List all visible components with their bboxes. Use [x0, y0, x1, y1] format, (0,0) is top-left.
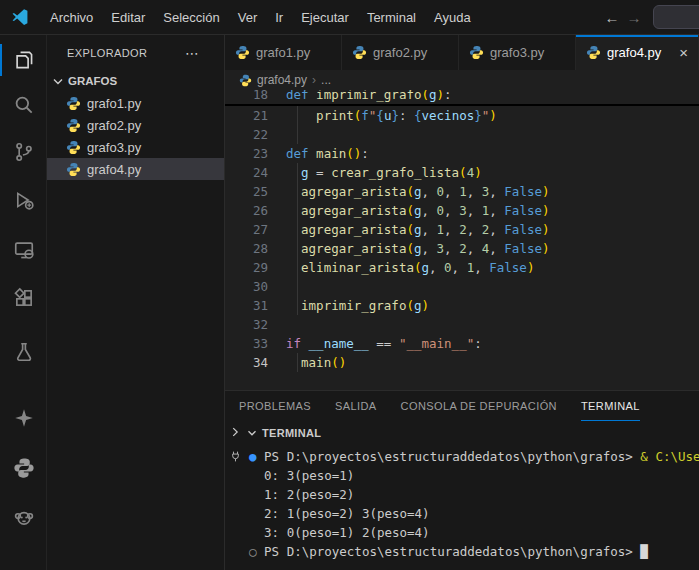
breadcrumb: grafo4.py › ...: [225, 70, 699, 90]
tab-grafo4-active[interactable]: grafo4.py ×: [576, 35, 699, 70]
line-number: 24: [225, 163, 268, 182]
python-extension-icon[interactable]: [0, 448, 47, 488]
command-search-input[interactable]: [653, 5, 699, 29]
chevron-right-icon[interactable]: [228, 425, 242, 439]
terminal-line[interactable]: 0: 3(peso=1): [249, 466, 699, 485]
code-line[interactable]: 18def imprimir_grafo(g):: [225, 90, 699, 104]
file-grafo1[interactable]: grafo1.py: [47, 92, 224, 114]
remote-explorer-icon[interactable]: [0, 230, 47, 270]
menu-ayuda[interactable]: Ayuda: [425, 6, 480, 29]
line-number: 27: [225, 220, 268, 239]
terminal-output[interactable]: ● PS D:\proyectos\estructuraddedatos\pyt…: [225, 445, 699, 561]
tab-grafo1[interactable]: grafo1.py: [225, 35, 342, 70]
breadcrumb-symbol[interactable]: ...: [321, 73, 331, 87]
menu-archivo[interactable]: Archivo: [41, 6, 102, 29]
tab-grafo3[interactable]: grafo3.py: [459, 35, 576, 70]
back-icon[interactable]: ←: [601, 9, 623, 26]
close-icon[interactable]: ×: [679, 45, 688, 60]
file-label: grafo2.py: [87, 118, 141, 133]
python-file-icon: [469, 45, 484, 60]
sticky-scroll-line[interactable]: 18def imprimir_grafo(g):: [225, 90, 699, 104]
code-line[interactable]: 28 agregar_arista(g, 3, 2, 4, False): [225, 239, 699, 258]
vscode-window: Archivo Editar Selección Ver Ir Ejecutar…: [0, 0, 699, 570]
testing-flask-icon[interactable]: [0, 332, 47, 372]
line-number: 31: [225, 296, 268, 315]
code-line[interactable]: 29 eliminar_arista(g, 0, 1, False): [225, 258, 699, 277]
panel-tab-salida[interactable]: SALIDA: [335, 391, 377, 421]
python-file-icon: [66, 118, 81, 133]
python-file-icon: [66, 162, 81, 177]
code-line[interactable]: 26 agregar_arista(g, 0, 3, 1, False): [225, 201, 699, 220]
chevron-down-icon: [50, 73, 66, 89]
editor-tabs: grafo1.py grafo2.py grafo3.py grafo4.py …: [225, 35, 699, 70]
terminal-group-header[interactable]: TERMINAL: [225, 421, 699, 445]
code-line[interactable]: 23def main():: [225, 144, 699, 163]
search-icon[interactable]: [0, 85, 47, 125]
code-line[interactable]: 25 agregar_arista(g, 0, 1, 3, False): [225, 182, 699, 201]
extensions-icon[interactable]: [0, 278, 47, 318]
indent-guide: [297, 201, 298, 220]
panel-tab-consola[interactable]: CONSOLA DE DEPURACIÓN: [401, 391, 557, 421]
editor-area: grafo1.py grafo2.py grafo3.py grafo4.py …: [225, 35, 699, 570]
menu-ejecutar[interactable]: Ejecutar: [292, 6, 358, 29]
explorer-icon[interactable]: [0, 40, 47, 80]
terminal-line[interactable]: ● PS D:\proyectos\estructuraddedatos\pyt…: [249, 447, 699, 466]
explorer-more-actions-icon[interactable]: ⋯: [185, 45, 200, 61]
terminal-line[interactable]: 1: 2(peso=2): [249, 485, 699, 504]
source-control-icon[interactable]: [0, 132, 47, 172]
code-line[interactable]: 32: [225, 315, 699, 334]
titlebar-right: ← →: [601, 5, 699, 29]
terminal-line[interactable]: ○ PS D:\proyectos\estructuraddedatos\pyt…: [249, 542, 699, 561]
code-line[interactable]: 22: [225, 125, 699, 144]
sparkle-copilot-icon[interactable]: [0, 398, 47, 438]
code-line[interactable]: 21 print(f"{u}: {vecinos}"): [225, 106, 699, 125]
run-debug-icon[interactable]: [0, 180, 47, 220]
terminal-group-label: TERMINAL: [262, 427, 321, 439]
menu-ir[interactable]: Ir: [266, 6, 292, 29]
tab-label: grafo4.py: [607, 45, 661, 60]
terminal-line[interactable]: 2: 1(peso=2) 3(peso=4): [249, 504, 699, 523]
code-line[interactable]: 31 imprimir_grafo(g): [225, 296, 699, 315]
bottom-panel: PROBLEMAS SALIDA CONSOLA DE DEPURACIÓN T…: [225, 390, 699, 570]
indent-guide: [297, 163, 298, 182]
indent-guide: [297, 239, 298, 258]
code-editor[interactable]: 18def imprimir_grafo(g): 21 print(f"{u}:…: [225, 90, 699, 390]
indent-guide: [297, 277, 298, 296]
python-file-icon: [239, 74, 252, 87]
menu-terminal[interactable]: Terminal: [358, 6, 425, 29]
python-file-icon: [66, 140, 81, 155]
indent-guide: [297, 106, 298, 125]
panel-tab-terminal-active[interactable]: TERMINAL: [581, 391, 640, 421]
file-label: grafo1.py: [87, 96, 141, 111]
code-line[interactable]: 34 main(): [225, 353, 699, 372]
file-grafo3[interactable]: grafo3.py: [47, 136, 224, 158]
code-line[interactable]: 30: [225, 277, 699, 296]
file-grafo2[interactable]: grafo2.py: [47, 114, 224, 136]
file-label: grafo3.py: [87, 140, 141, 155]
terminal-line[interactable]: 3: 0(peso=1) 2(peso=4): [249, 523, 699, 542]
code-line[interactable]: 33if __name__ == "__main__":: [225, 334, 699, 353]
python-file-icon: [352, 45, 367, 60]
file-grafo4-selected[interactable]: grafo4.py: [47, 158, 224, 180]
breadcrumb-file[interactable]: grafo4.py: [257, 73, 307, 87]
panel-tab-problemas[interactable]: PROBLEMAS: [239, 391, 311, 421]
code-line[interactable]: 24 g = crear_grafo_lista(4): [225, 163, 699, 182]
title-bar: Archivo Editar Selección Ver Ir Ejecutar…: [0, 0, 699, 35]
chevron-right-icon: ›: [312, 73, 316, 87]
menu-bar: Archivo Editar Selección Ver Ir Ejecutar…: [41, 6, 480, 29]
menu-editar[interactable]: Editar: [102, 6, 154, 29]
indent-guide: [297, 353, 298, 372]
menu-seleccion[interactable]: Selección: [154, 6, 228, 29]
folder-grafos[interactable]: GRAFOS: [47, 70, 224, 92]
tab-label: grafo3.py: [490, 45, 544, 60]
tab-grafo2[interactable]: grafo2.py: [342, 35, 459, 70]
plug-icon: [229, 450, 242, 463]
python-file-icon: [66, 96, 81, 111]
activity-bar: [0, 35, 47, 570]
monkey-extension-icon[interactable]: [0, 498, 47, 538]
menu-ver[interactable]: Ver: [229, 6, 267, 29]
code-line[interactable]: 27 agregar_arista(g, 1, 2, 2, False): [225, 220, 699, 239]
forward-icon[interactable]: →: [623, 9, 645, 26]
indent-guide: [297, 258, 298, 277]
explorer-title: EXPLORADOR: [67, 47, 147, 59]
